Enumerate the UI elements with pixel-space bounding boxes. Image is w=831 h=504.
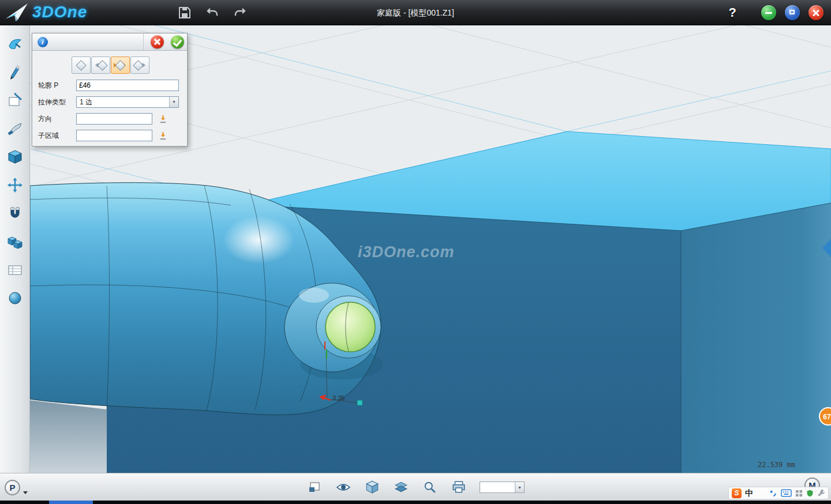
ime-logo-icon[interactable]: S	[732, 488, 742, 498]
dialog-cancel-button[interactable]	[151, 35, 164, 48]
ime-passport-button[interactable]	[806, 490, 814, 497]
redo-button[interactable]	[232, 5, 248, 21]
sidebar-move-edit-button[interactable]	[5, 176, 25, 194]
sidebar-combine-magnet-button[interactable]	[5, 204, 25, 223]
extrude-type-select[interactable]: 1 边	[76, 96, 179, 108]
minimize-button[interactable]	[761, 5, 776, 20]
dialog-confirm-button[interactable]	[171, 35, 184, 48]
wire-cube-icon	[365, 480, 380, 495]
cursor-dimension: 22.539 mm	[758, 461, 795, 469]
sidebar-assembly-boxes-button[interactable]	[5, 232, 25, 251]
taskbar-strip	[0, 501, 831, 504]
dialog-actions	[143, 33, 184, 50]
plane-page-icon	[308, 480, 321, 494]
sidebar-sketch-edit-knife-button[interactable]	[5, 119, 25, 138]
extrude-mode-3-button[interactable]	[111, 57, 130, 74]
watermark: i3DOne.com	[358, 243, 455, 261]
close-button[interactable]	[808, 5, 823, 20]
selected-face[interactable]	[325, 302, 375, 352]
part-badge[interactable]: P	[5, 480, 20, 495]
help-button[interactable]: ?	[729, 5, 736, 20]
undo-icon	[205, 6, 219, 20]
dialog-header	[32, 33, 187, 51]
print-button[interactable]	[451, 479, 467, 495]
redo-icon	[233, 6, 247, 20]
move-edit-icon	[7, 177, 23, 193]
save-button[interactable]	[177, 5, 193, 21]
sidebar-sketch-brush-button[interactable]	[5, 63, 25, 81]
preset-model-icon	[7, 36, 23, 52]
titlebar: 3DOne 家庭	[0, 0, 831, 25]
ime-softkeyboard-button[interactable]	[781, 489, 792, 497]
eye-icon	[336, 480, 351, 495]
plane-view-button[interactable]	[306, 479, 323, 495]
sidebar-sketch-plane-button[interactable]	[5, 91, 25, 110]
wrench-icon	[817, 489, 825, 497]
extrude-type-value: 1 边	[80, 98, 92, 106]
subregion-input[interactable]	[76, 130, 152, 141]
render-sphere-icon	[7, 290, 23, 306]
ime-toolbox-button[interactable]	[817, 489, 825, 497]
zoom-button[interactable]	[422, 479, 438, 495]
chevron-down-icon[interactable]	[169, 97, 178, 107]
layers-icon	[394, 480, 409, 495]
extrude-mode-4-button[interactable]	[130, 57, 149, 74]
window-title: 家庭版 - [模型001.Z1]	[0, 0, 831, 25]
profile-row: 轮廓 P	[38, 79, 181, 92]
ime-grid-button[interactable]	[795, 490, 803, 497]
undo-button[interactable]	[204, 5, 220, 21]
boss-highlight	[299, 288, 329, 303]
annotation-table-icon	[7, 262, 23, 278]
chevron-down-icon[interactable]	[515, 482, 524, 492]
ime-punctuation-toggle[interactable]	[769, 489, 777, 498]
print-icon	[451, 480, 466, 495]
sidebar-annotation-table-button[interactable]	[5, 261, 25, 279]
ime-halfwidth-toggle[interactable]	[757, 489, 765, 498]
sidebar-preset-model-button[interactable]	[5, 35, 25, 53]
slab-right-face[interactable]	[681, 203, 831, 473]
titlebar-tools	[177, 0, 248, 25]
assembly-boxes-icon	[7, 234, 23, 250]
app-logo: 3DOne	[5, 2, 87, 22]
combine-magnet-icon	[7, 205, 23, 221]
display-mode-button[interactable]	[364, 479, 380, 495]
visibility-button[interactable]	[335, 479, 351, 495]
save-icon	[178, 6, 192, 20]
maximize-button[interactable]	[785, 5, 800, 20]
grid-icon	[795, 490, 803, 497]
taskbar-item[interactable]	[49, 501, 93, 504]
punctuation-icon	[769, 489, 777, 498]
sidebar-feature-cube-button[interactable]	[5, 148, 25, 166]
sidebar-render-sphere-button[interactable]	[5, 289, 25, 307]
info-icon	[38, 37, 48, 47]
profile-label: 轮廓 P	[38, 81, 76, 91]
sketch-plane-icon	[7, 92, 23, 108]
notification-badge[interactable]: 67	[819, 408, 831, 425]
app-logo-text: 3DOne	[32, 3, 87, 21]
ime-language-toggle[interactable]: 中	[745, 488, 753, 498]
pick-arrow-icon	[159, 115, 167, 123]
half-moon-icon	[757, 489, 765, 498]
direction-input[interactable]	[76, 113, 152, 125]
extrude-mode-2-button[interactable]	[91, 57, 110, 74]
diamond-icon	[97, 60, 107, 70]
subregion-label: 子区域	[38, 131, 76, 141]
extrude-type-label: 拉伸类型	[38, 97, 76, 107]
direction-pick-button[interactable]	[158, 114, 168, 124]
scale-combobox[interactable]	[480, 482, 525, 493]
tool-sidebar	[0, 25, 30, 473]
diamond-icon	[133, 60, 143, 70]
profile-input[interactable]	[76, 80, 179, 91]
subregion-pick-button[interactable]	[158, 130, 168, 141]
direction-row: 方向	[38, 112, 181, 125]
handle-side-face[interactable]	[30, 400, 107, 473]
notification-count: 67	[823, 413, 831, 421]
drag-handle-teal[interactable]	[357, 400, 362, 405]
part-badge-caret-icon[interactable]	[23, 491, 28, 494]
extrude-type-row: 拉伸类型 1 边	[38, 96, 181, 108]
layers-button[interactable]	[393, 479, 409, 495]
sketch-brush-icon	[7, 64, 23, 80]
diamond-icon	[76, 60, 86, 70]
extrude-mode-1-button[interactable]	[72, 57, 91, 74]
minimize-icon	[765, 12, 772, 14]
